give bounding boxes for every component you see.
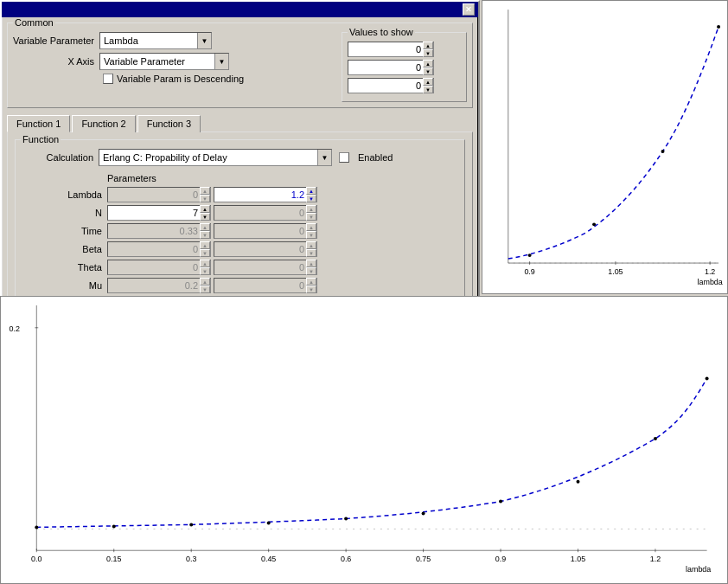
param-spin1-lambda[interactable]: 0 ▲▼ (107, 187, 211, 202)
svg-point-18 (344, 517, 348, 520)
spin-down[interactable]: ▼ (200, 267, 210, 275)
param-spin2-theta[interactable]: 0 ▲▼ (214, 260, 317, 275)
enabled-checkbox[interactable] (339, 152, 349, 163)
value-spin-up-1[interactable]: ▲ (423, 42, 433, 49)
title-bar: ✕ (2, 2, 478, 17)
value-input-2[interactable]: 0 ▲ ▼ (348, 60, 434, 75)
enabled-label: Enabled (358, 152, 393, 163)
value-row-1: 0 ▲ ▼ (348, 42, 461, 57)
chart-bottom: 0.2 0.0 0.15 0.3 0.45 0.6 0.75 0.9 1.05 (0, 296, 728, 584)
param-spin1-time[interactable]: 0.33 ▲▼ (107, 223, 211, 239)
spin-up[interactable]: ▲ (200, 278, 210, 286)
value-spin-buttons-3: ▲ ▼ (423, 78, 433, 93)
spin-down[interactable]: ▼ (306, 249, 316, 257)
param-spin2-n[interactable]: 0 ▲▼ (214, 205, 317, 221)
tabs-area: Function 1 Function 2 Function 3 Functio… (7, 115, 473, 310)
calc-value: Erlang C: Propability of Delay (99, 152, 317, 163)
spin-down[interactable]: ▼ (200, 195, 210, 202)
variable-param-arrow[interactable]: ▼ (197, 33, 211, 48)
param-row-mu: Mu 0.2 ▲▼ 0 ▲▼ (29, 278, 459, 293)
param-spin1-mu[interactable]: 0.2 ▲▼ (107, 278, 211, 293)
chart-bottom-svg: 0.2 0.0 0.15 0.3 0.45 0.6 0.75 0.9 1.05 (1, 297, 727, 583)
common-group: Common Variable Parameter Lambda ▼ X Axi… (7, 22, 473, 108)
calc-arrow[interactable]: ▼ (317, 150, 331, 165)
calc-row: Calculation Erlang C: Propability of Del… (21, 149, 459, 166)
param-label-lambda: Lambda (29, 189, 107, 200)
chart-top-x3: 1.2 (705, 267, 715, 276)
value-input-3[interactable]: 0 ▲ ▼ (348, 78, 434, 93)
param-label-mu: Mu (29, 280, 107, 291)
spin-down[interactable]: ▼ (306, 267, 316, 275)
spin-down[interactable]: ▼ (306, 213, 316, 221)
value-spin-up-3[interactable]: ▲ (423, 78, 433, 86)
svg-point-21 (577, 480, 580, 484)
chart-bottom-x0: 0.0 (31, 555, 42, 563)
param-val2-time: 0 (214, 226, 306, 236)
param-label-theta: Theta (29, 262, 107, 273)
spin-up[interactable]: ▲ (306, 223, 316, 231)
calc-select[interactable]: Erlang C: Propability of Delay ▼ (99, 149, 332, 166)
chart-bottom-x5: 0.75 (416, 555, 431, 563)
chart-bottom-x8: 1.2 (650, 555, 661, 563)
tab-content: Function Calculation Erlang C: Propabili… (7, 132, 473, 310)
spin-up[interactable]: ▲ (306, 205, 316, 213)
spin-up[interactable]: ▲ (200, 187, 210, 195)
calc-label: Calculation (21, 152, 99, 163)
chart-top-xlabel: lambda (698, 278, 723, 286)
descending-checkbox[interactable] (103, 74, 113, 84)
spin-down[interactable]: ▼ (306, 286, 316, 293)
x-axis-value: Variable Parameter (100, 56, 214, 67)
spin-down[interactable]: ▼ (306, 195, 316, 202)
value-text-3: 0 (348, 80, 423, 91)
tab-function2[interactable]: Function 2 (72, 115, 135, 132)
spin-up[interactable]: ▲ (306, 278, 316, 286)
chart-top-x2: 1.05 (608, 267, 623, 276)
function-group: Function Calculation Erlang C: Propabili… (15, 139, 465, 302)
param-spin1-theta[interactable]: 0 ▲▼ (107, 260, 211, 275)
value-spin-down-1[interactable]: ▼ (423, 49, 433, 57)
value-row-2: 0 ▲ ▼ (348, 60, 461, 75)
param-row-theta: Theta 0 ▲▼ 0 ▲▼ (29, 260, 459, 275)
spin-down[interactable]: ▼ (200, 213, 210, 221)
variable-param-value: Lambda (100, 35, 197, 46)
value-spin-up-2[interactable]: ▲ (423, 60, 433, 67)
spin-up[interactable]: ▲ (200, 223, 210, 231)
param-val2-mu: 0 (214, 280, 306, 291)
spin-up[interactable]: ▲ (200, 205, 210, 213)
spin-down[interactable]: ▼ (200, 231, 210, 239)
param-spin2-mu[interactable]: 0 ▲▼ (214, 278, 317, 293)
svg-point-14 (35, 525, 38, 529)
spin-up[interactable]: ▲ (200, 260, 210, 267)
svg-point-3 (528, 253, 532, 257)
param-spin1-beta[interactable]: 0 ▲▼ (107, 241, 211, 257)
tab-function1[interactable]: Function 1 (7, 115, 70, 132)
value-spin-down-3[interactable]: ▼ (423, 86, 433, 93)
param-spin2-beta[interactable]: 0 ▲▼ (214, 241, 317, 257)
spin-down[interactable]: ▼ (306, 231, 316, 239)
param-spin2-time[interactable]: 0 ▲▼ (214, 223, 317, 239)
x-axis-label: X Axis (13, 56, 99, 67)
svg-point-16 (189, 523, 193, 526)
param-spin1-n[interactable]: 7 ▲▼ (107, 205, 211, 221)
param-row-n: N 7 ▲▼ 0 ▲▼ (29, 205, 459, 221)
value-text-1: 0 (348, 44, 423, 55)
spin-up[interactable]: ▲ (306, 260, 316, 267)
spin-down[interactable]: ▼ (200, 249, 210, 257)
spin-up[interactable]: ▲ (306, 187, 316, 195)
param-val2-n: 0 (214, 208, 306, 218)
x-axis-select[interactable]: Variable Parameter ▼ (99, 53, 229, 70)
param-label-beta: Beta (29, 244, 107, 254)
value-spin-down-2[interactable]: ▼ (423, 67, 433, 75)
spin-down[interactable]: ▼ (200, 286, 210, 293)
tab-function3[interactable]: Function 3 (137, 115, 201, 132)
spin-up[interactable]: ▲ (306, 241, 316, 249)
chart-bottom-x1: 0.15 (106, 555, 121, 563)
spin-up[interactable]: ▲ (200, 241, 210, 249)
value-input-1[interactable]: 0 ▲ ▼ (348, 42, 434, 57)
x-axis-arrow[interactable]: ▼ (214, 54, 228, 69)
close-button[interactable]: ✕ (463, 3, 475, 16)
variable-param-select[interactable]: Lambda ▼ (99, 32, 212, 49)
svg-point-22 (654, 437, 657, 440)
param-row-beta: Beta 0 ▲▼ 0 ▲▼ (29, 241, 459, 257)
param-spin2-lambda[interactable]: 1.2 ▲▼ (214, 187, 317, 202)
